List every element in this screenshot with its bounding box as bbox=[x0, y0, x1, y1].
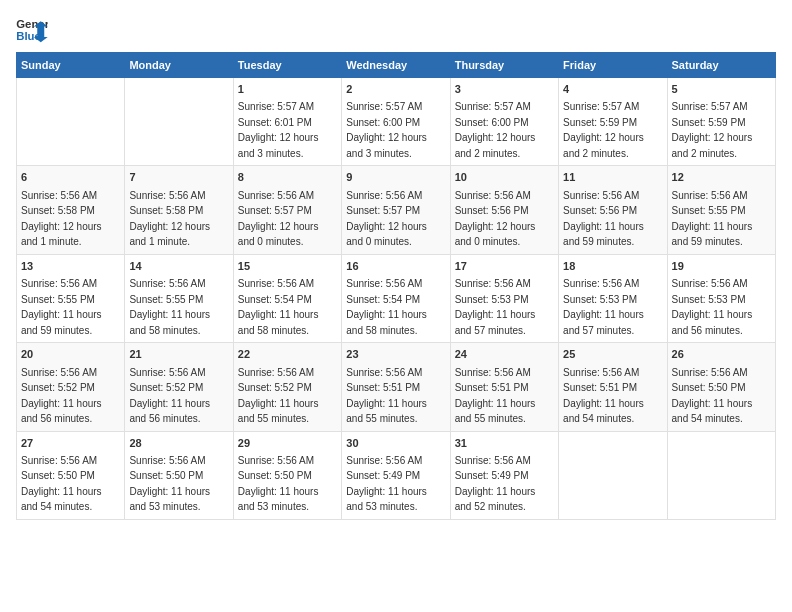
calendar-cell: 30Sunrise: 5:56 AM Sunset: 5:49 PM Dayli… bbox=[342, 431, 450, 519]
day-info: Sunrise: 5:56 AM Sunset: 5:51 PM Dayligh… bbox=[563, 367, 644, 425]
day-info: Sunrise: 5:56 AM Sunset: 5:55 PM Dayligh… bbox=[21, 278, 102, 336]
calendar-cell: 16Sunrise: 5:56 AM Sunset: 5:54 PM Dayli… bbox=[342, 254, 450, 342]
day-info: Sunrise: 5:56 AM Sunset: 5:52 PM Dayligh… bbox=[21, 367, 102, 425]
calendar-cell: 10Sunrise: 5:56 AM Sunset: 5:56 PM Dayli… bbox=[450, 166, 558, 254]
day-number: 5 bbox=[672, 82, 771, 97]
day-number: 13 bbox=[21, 259, 120, 274]
day-info: Sunrise: 5:56 AM Sunset: 5:50 PM Dayligh… bbox=[21, 455, 102, 513]
calendar-cell: 19Sunrise: 5:56 AM Sunset: 5:53 PM Dayli… bbox=[667, 254, 775, 342]
header-row: SundayMondayTuesdayWednesdayThursdayFrid… bbox=[17, 53, 776, 78]
day-info: Sunrise: 5:56 AM Sunset: 5:53 PM Dayligh… bbox=[672, 278, 753, 336]
day-info: Sunrise: 5:56 AM Sunset: 5:52 PM Dayligh… bbox=[129, 367, 210, 425]
calendar-week-row: 27Sunrise: 5:56 AM Sunset: 5:50 PM Dayli… bbox=[17, 431, 776, 519]
calendar-cell: 3Sunrise: 5:57 AM Sunset: 6:00 PM Daylig… bbox=[450, 78, 558, 166]
day-info: Sunrise: 5:56 AM Sunset: 5:55 PM Dayligh… bbox=[672, 190, 753, 248]
day-number: 27 bbox=[21, 436, 120, 451]
day-number: 20 bbox=[21, 347, 120, 362]
day-info: Sunrise: 5:56 AM Sunset: 5:56 PM Dayligh… bbox=[455, 190, 536, 248]
logo-icon: General Blue bbox=[16, 16, 48, 44]
day-number: 17 bbox=[455, 259, 554, 274]
calendar-cell: 11Sunrise: 5:56 AM Sunset: 5:56 PM Dayli… bbox=[559, 166, 667, 254]
day-info: Sunrise: 5:57 AM Sunset: 6:00 PM Dayligh… bbox=[455, 101, 536, 159]
calendar-week-row: 6Sunrise: 5:56 AM Sunset: 5:58 PM Daylig… bbox=[17, 166, 776, 254]
logo: General Blue bbox=[16, 16, 48, 44]
calendar-cell bbox=[559, 431, 667, 519]
day-info: Sunrise: 5:56 AM Sunset: 5:55 PM Dayligh… bbox=[129, 278, 210, 336]
day-number: 23 bbox=[346, 347, 445, 362]
day-number: 19 bbox=[672, 259, 771, 274]
day-info: Sunrise: 5:56 AM Sunset: 5:51 PM Dayligh… bbox=[455, 367, 536, 425]
calendar-cell: 17Sunrise: 5:56 AM Sunset: 5:53 PM Dayli… bbox=[450, 254, 558, 342]
calendar-cell: 23Sunrise: 5:56 AM Sunset: 5:51 PM Dayli… bbox=[342, 343, 450, 431]
day-number: 22 bbox=[238, 347, 337, 362]
day-number: 24 bbox=[455, 347, 554, 362]
day-number: 4 bbox=[563, 82, 662, 97]
day-header: Wednesday bbox=[342, 53, 450, 78]
day-number: 9 bbox=[346, 170, 445, 185]
calendar-cell: 9Sunrise: 5:56 AM Sunset: 5:57 PM Daylig… bbox=[342, 166, 450, 254]
day-info: Sunrise: 5:56 AM Sunset: 5:54 PM Dayligh… bbox=[238, 278, 319, 336]
calendar-cell: 14Sunrise: 5:56 AM Sunset: 5:55 PM Dayli… bbox=[125, 254, 233, 342]
day-header: Tuesday bbox=[233, 53, 341, 78]
day-number: 6 bbox=[21, 170, 120, 185]
day-info: Sunrise: 5:56 AM Sunset: 5:50 PM Dayligh… bbox=[238, 455, 319, 513]
calendar-cell: 18Sunrise: 5:56 AM Sunset: 5:53 PM Dayli… bbox=[559, 254, 667, 342]
calendar-cell: 28Sunrise: 5:56 AM Sunset: 5:50 PM Dayli… bbox=[125, 431, 233, 519]
calendar-cell: 26Sunrise: 5:56 AM Sunset: 5:50 PM Dayli… bbox=[667, 343, 775, 431]
calendar-cell: 2Sunrise: 5:57 AM Sunset: 6:00 PM Daylig… bbox=[342, 78, 450, 166]
day-info: Sunrise: 5:56 AM Sunset: 5:53 PM Dayligh… bbox=[455, 278, 536, 336]
day-number: 14 bbox=[129, 259, 228, 274]
calendar-cell: 7Sunrise: 5:56 AM Sunset: 5:58 PM Daylig… bbox=[125, 166, 233, 254]
day-info: Sunrise: 5:56 AM Sunset: 5:52 PM Dayligh… bbox=[238, 367, 319, 425]
day-info: Sunrise: 5:56 AM Sunset: 5:50 PM Dayligh… bbox=[672, 367, 753, 425]
calendar-week-row: 1Sunrise: 5:57 AM Sunset: 6:01 PM Daylig… bbox=[17, 78, 776, 166]
day-header: Monday bbox=[125, 53, 233, 78]
day-info: Sunrise: 5:56 AM Sunset: 5:49 PM Dayligh… bbox=[455, 455, 536, 513]
day-number: 21 bbox=[129, 347, 228, 362]
day-info: Sunrise: 5:56 AM Sunset: 5:56 PM Dayligh… bbox=[563, 190, 644, 248]
day-info: Sunrise: 5:57 AM Sunset: 6:01 PM Dayligh… bbox=[238, 101, 319, 159]
day-number: 1 bbox=[238, 82, 337, 97]
calendar-table: SundayMondayTuesdayWednesdayThursdayFrid… bbox=[16, 52, 776, 520]
calendar-cell bbox=[125, 78, 233, 166]
calendar-cell: 8Sunrise: 5:56 AM Sunset: 5:57 PM Daylig… bbox=[233, 166, 341, 254]
day-info: Sunrise: 5:56 AM Sunset: 5:58 PM Dayligh… bbox=[21, 190, 102, 248]
calendar-cell: 22Sunrise: 5:56 AM Sunset: 5:52 PM Dayli… bbox=[233, 343, 341, 431]
calendar-cell: 31Sunrise: 5:56 AM Sunset: 5:49 PM Dayli… bbox=[450, 431, 558, 519]
svg-text:Blue: Blue bbox=[16, 30, 41, 42]
calendar-week-row: 20Sunrise: 5:56 AM Sunset: 5:52 PM Dayli… bbox=[17, 343, 776, 431]
day-number: 16 bbox=[346, 259, 445, 274]
day-info: Sunrise: 5:57 AM Sunset: 5:59 PM Dayligh… bbox=[563, 101, 644, 159]
day-number: 11 bbox=[563, 170, 662, 185]
day-info: Sunrise: 5:56 AM Sunset: 5:57 PM Dayligh… bbox=[346, 190, 427, 248]
day-number: 31 bbox=[455, 436, 554, 451]
day-number: 28 bbox=[129, 436, 228, 451]
calendar-cell: 27Sunrise: 5:56 AM Sunset: 5:50 PM Dayli… bbox=[17, 431, 125, 519]
calendar-cell: 4Sunrise: 5:57 AM Sunset: 5:59 PM Daylig… bbox=[559, 78, 667, 166]
day-info: Sunrise: 5:56 AM Sunset: 5:57 PM Dayligh… bbox=[238, 190, 319, 248]
calendar-cell: 6Sunrise: 5:56 AM Sunset: 5:58 PM Daylig… bbox=[17, 166, 125, 254]
header: General Blue bbox=[16, 16, 776, 44]
day-number: 30 bbox=[346, 436, 445, 451]
calendar-cell: 15Sunrise: 5:56 AM Sunset: 5:54 PM Dayli… bbox=[233, 254, 341, 342]
day-info: Sunrise: 5:56 AM Sunset: 5:53 PM Dayligh… bbox=[563, 278, 644, 336]
day-number: 12 bbox=[672, 170, 771, 185]
day-header: Sunday bbox=[17, 53, 125, 78]
day-header: Friday bbox=[559, 53, 667, 78]
day-header: Thursday bbox=[450, 53, 558, 78]
day-info: Sunrise: 5:56 AM Sunset: 5:50 PM Dayligh… bbox=[129, 455, 210, 513]
day-info: Sunrise: 5:56 AM Sunset: 5:54 PM Dayligh… bbox=[346, 278, 427, 336]
day-number: 15 bbox=[238, 259, 337, 274]
day-info: Sunrise: 5:56 AM Sunset: 5:49 PM Dayligh… bbox=[346, 455, 427, 513]
day-info: Sunrise: 5:57 AM Sunset: 5:59 PM Dayligh… bbox=[672, 101, 753, 159]
calendar-cell: 29Sunrise: 5:56 AM Sunset: 5:50 PM Dayli… bbox=[233, 431, 341, 519]
calendar-cell: 24Sunrise: 5:56 AM Sunset: 5:51 PM Dayli… bbox=[450, 343, 558, 431]
day-number: 3 bbox=[455, 82, 554, 97]
calendar-cell: 5Sunrise: 5:57 AM Sunset: 5:59 PM Daylig… bbox=[667, 78, 775, 166]
calendar-cell bbox=[17, 78, 125, 166]
day-info: Sunrise: 5:57 AM Sunset: 6:00 PM Dayligh… bbox=[346, 101, 427, 159]
day-number: 26 bbox=[672, 347, 771, 362]
day-number: 8 bbox=[238, 170, 337, 185]
calendar-cell: 20Sunrise: 5:56 AM Sunset: 5:52 PM Dayli… bbox=[17, 343, 125, 431]
calendar-cell: 25Sunrise: 5:56 AM Sunset: 5:51 PM Dayli… bbox=[559, 343, 667, 431]
